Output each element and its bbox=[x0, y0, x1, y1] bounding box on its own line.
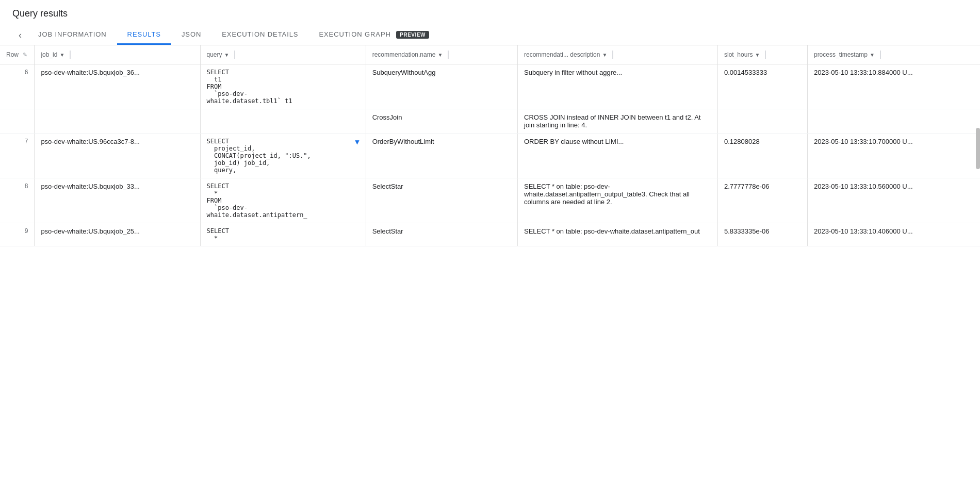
col-header-job-id[interactable]: job_id ▼ bbox=[35, 45, 200, 64]
cell-query: SELECT * FROM `pso-dev- whaite.dataset.a… bbox=[200, 178, 366, 223]
table-row: 6pso-dev-whaite:US.bquxjob_36...SELECT t… bbox=[0, 64, 980, 109]
edit-row-icon: ✎ bbox=[23, 52, 27, 58]
cell-slot-hours: 0.0014533333 bbox=[718, 64, 808, 109]
cell-query: ▼SELECT project_id, CONCAT(project_id, "… bbox=[200, 134, 366, 178]
sort-process-icon[interactable]: ▼ bbox=[870, 52, 875, 58]
cell-rec-name: CrossJoin bbox=[366, 109, 517, 134]
cell-job-id bbox=[35, 109, 200, 134]
cell-rec-desc: Subquery in filter without aggre... bbox=[518, 64, 718, 109]
col-header-row: Row ✎ bbox=[0, 45, 35, 64]
sort-query-icon[interactable]: ▼ bbox=[224, 52, 230, 58]
resize-query[interactable] bbox=[234, 51, 235, 59]
cell-query bbox=[200, 109, 366, 134]
sort-rec-desc-icon[interactable]: ▼ bbox=[602, 52, 607, 58]
table-body: 6pso-dev-whaite:US.bquxjob_36...SELECT t… bbox=[0, 64, 980, 246]
table-row: 9pso-dev-whaite:US.bquxjob_25...SELECT *… bbox=[0, 223, 980, 246]
tab-results[interactable]: RESULTS bbox=[117, 25, 171, 45]
cell-row-num: 6 bbox=[0, 64, 35, 109]
cell-rec-name: SubqueryWithoutAgg bbox=[366, 64, 517, 109]
col-header-rec-desc[interactable]: recommendati... description ▼ bbox=[518, 45, 718, 64]
cell-process-timestamp: 2023-05-10 13:33:10.560000 U... bbox=[807, 178, 980, 223]
results-table-container: Row ✎ job_id ▼ query bbox=[0, 45, 980, 246]
sort-slot-icon[interactable]: ▼ bbox=[755, 52, 760, 58]
cell-slot-hours bbox=[718, 109, 808, 134]
vertical-scrollbar[interactable] bbox=[976, 128, 980, 169]
page-header: Query results ‹ JOB INFORMATION RESULTS … bbox=[0, 0, 980, 45]
cell-rec-name: SelectStar bbox=[366, 178, 517, 223]
cell-row-num: 8 bbox=[0, 178, 35, 223]
cell-slot-hours: 2.7777778e-06 bbox=[718, 178, 808, 223]
cell-process-timestamp: 2023-05-10 13:33:10.700000 U... bbox=[807, 134, 980, 178]
cell-rec-desc: ORDER BY clause without LIMI... bbox=[518, 134, 718, 178]
cell-job-id: pso-dev-whaite:US.96cca3c7-8... bbox=[35, 134, 200, 178]
tab-json[interactable]: JSON bbox=[171, 25, 211, 45]
resize-slot[interactable] bbox=[765, 51, 766, 59]
col-header-rec-name[interactable]: recommendation.name ▼ bbox=[366, 45, 517, 64]
results-table: Row ✎ job_id ▼ query bbox=[0, 45, 980, 246]
table-row: CrossJoinCROSS JOIN instead of INNER JOI… bbox=[0, 109, 980, 134]
cell-rec-desc: SELECT * on table: pso-dev-whaite.datase… bbox=[518, 223, 718, 246]
resize-rec-name[interactable] bbox=[448, 51, 449, 59]
cell-row-num: 7 bbox=[0, 134, 35, 178]
col-header-query[interactable]: query ▼ bbox=[200, 45, 366, 64]
col-header-process-timestamp[interactable]: process_timestamp ▼ bbox=[807, 45, 980, 64]
back-button[interactable]: ‹ bbox=[12, 25, 28, 45]
cell-rec-name: OrderByWithoutLimit bbox=[366, 134, 517, 178]
cell-rec-desc: SELECT * on table: pso-dev-whaite.datase… bbox=[518, 178, 718, 223]
sort-rec-name-icon[interactable]: ▼ bbox=[437, 52, 443, 58]
cell-job-id: pso-dev-whaite:US.bquxjob_36... bbox=[35, 64, 200, 109]
cell-process-timestamp: 2023-05-10 13:33:10.884000 U... bbox=[807, 64, 980, 109]
cell-query: SELECT t1 FROM `pso-dev- whaite.dataset.… bbox=[200, 64, 366, 109]
page-title: Query results bbox=[12, 8, 968, 19]
tabs-bar: ‹ JOB INFORMATION RESULTS JSON EXECUTION… bbox=[12, 25, 968, 45]
table-row: 8pso-dev-whaite:US.bquxjob_33...SELECT *… bbox=[0, 178, 980, 223]
cell-rec-desc: CROSS JOIN instead of INNER JOIN between… bbox=[518, 109, 718, 134]
cell-process-timestamp bbox=[807, 109, 980, 134]
resize-process[interactable] bbox=[880, 51, 881, 59]
tab-job-information[interactable]: JOB INFORMATION bbox=[28, 25, 117, 45]
cell-process-timestamp: 2023-05-10 13:33:10.406000 U... bbox=[807, 223, 980, 246]
table-row: 7pso-dev-whaite:US.96cca3c7-8...▼SELECT … bbox=[0, 134, 980, 178]
cell-query: SELECT * bbox=[200, 223, 366, 246]
page-container: Query results ‹ JOB INFORMATION RESULTS … bbox=[0, 0, 980, 246]
resize-rec-desc[interactable] bbox=[612, 51, 613, 59]
cell-rec-name: SelectStar bbox=[366, 223, 517, 246]
sort-job-id-icon[interactable]: ▼ bbox=[59, 52, 64, 58]
resize-job-id[interactable] bbox=[70, 51, 71, 59]
cell-job-id: pso-dev-whaite:US.bquxjob_25... bbox=[35, 223, 200, 246]
preview-badge: PREVIEW bbox=[396, 31, 429, 39]
cell-job-id: pso-dev-whaite:US.bquxjob_33... bbox=[35, 178, 200, 223]
cell-slot-hours: 0.12808028 bbox=[718, 134, 808, 178]
cell-slot-hours: 5.8333335e-06 bbox=[718, 223, 808, 246]
expand-query-icon[interactable]: ▼ bbox=[355, 138, 359, 146]
table-header-row: Row ✎ job_id ▼ query bbox=[0, 45, 980, 64]
cell-row-num bbox=[0, 109, 35, 134]
cell-row-num: 9 bbox=[0, 223, 35, 246]
tab-execution-graph[interactable]: EXECUTION GRAPH PREVIEW bbox=[308, 25, 439, 45]
col-header-slot-hours[interactable]: slot_hours ▼ bbox=[718, 45, 808, 64]
tab-execution-details[interactable]: EXECUTION DETAILS bbox=[211, 25, 308, 45]
